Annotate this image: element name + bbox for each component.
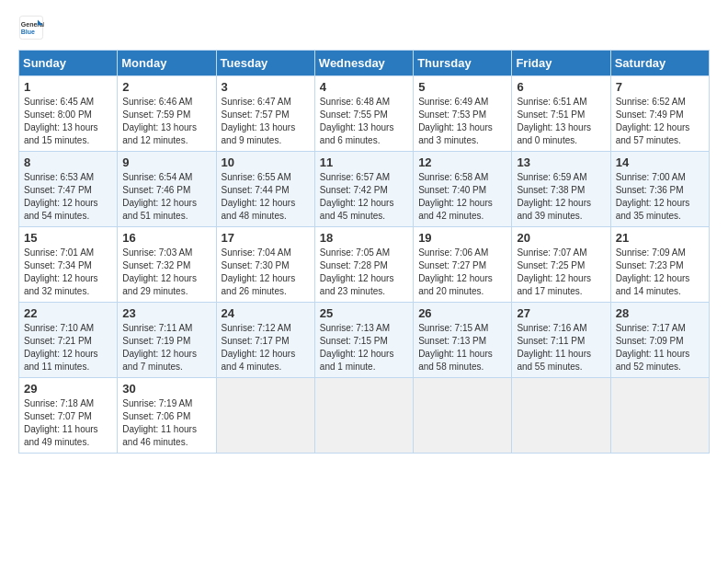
calendar-cell: 16Sunrise: 7:03 AM Sunset: 7:32 PM Dayli… <box>118 227 216 303</box>
day-info: Sunrise: 7:19 AM Sunset: 7:06 PM Dayligh… <box>122 397 210 449</box>
calendar-cell: 21Sunrise: 7:09 AM Sunset: 7:23 PM Dayli… <box>610 227 709 303</box>
calendar-table: SundayMondayTuesdayWednesdayThursdayFrid… <box>18 50 710 454</box>
calendar-cell: 4Sunrise: 6:48 AM Sunset: 7:55 PM Daylig… <box>314 76 413 152</box>
calendar-cell: 26Sunrise: 7:15 AM Sunset: 7:13 PM Dayli… <box>414 303 512 378</box>
day-number: 21 <box>616 231 704 245</box>
calendar-week-5: 29Sunrise: 7:18 AM Sunset: 7:07 PM Dayli… <box>19 378 710 454</box>
day-info: Sunrise: 6:47 AM Sunset: 7:57 PM Dayligh… <box>222 96 310 147</box>
calendar-cell: 5Sunrise: 6:49 AM Sunset: 7:53 PM Daylig… <box>414 76 512 152</box>
day-info: Sunrise: 7:17 AM Sunset: 7:09 PM Dayligh… <box>616 322 704 373</box>
calendar-cell <box>414 378 512 454</box>
calendar-cell: 9Sunrise: 6:54 AM Sunset: 7:46 PM Daylig… <box>118 152 216 227</box>
calendar-cell: 8Sunrise: 6:53 AM Sunset: 7:47 PM Daylig… <box>19 152 118 227</box>
day-number: 12 <box>418 155 506 169</box>
calendar-cell: 30Sunrise: 7:19 AM Sunset: 7:06 PM Dayli… <box>118 378 216 454</box>
calendar-cell: 2Sunrise: 6:46 AM Sunset: 7:59 PM Daylig… <box>118 76 216 152</box>
calendar-cell: 1Sunrise: 6:45 AM Sunset: 8:00 PM Daylig… <box>19 76 118 152</box>
day-info: Sunrise: 7:12 AM Sunset: 7:17 PM Dayligh… <box>222 322 310 373</box>
weekday-header-wednesday: Wednesday <box>314 51 413 76</box>
calendar-cell: 20Sunrise: 7:07 AM Sunset: 7:25 PM Dayli… <box>512 227 610 303</box>
day-number: 29 <box>24 382 112 396</box>
day-info: Sunrise: 6:58 AM Sunset: 7:40 PM Dayligh… <box>418 171 506 223</box>
day-info: Sunrise: 7:03 AM Sunset: 7:32 PM Dayligh… <box>122 247 210 298</box>
day-info: Sunrise: 6:57 AM Sunset: 7:42 PM Dayligh… <box>320 171 408 223</box>
svg-rect-0 <box>19 16 42 39</box>
day-info: Sunrise: 7:13 AM Sunset: 7:15 PM Dayligh… <box>320 322 408 373</box>
day-number: 23 <box>122 306 210 320</box>
day-number: 4 <box>320 80 408 94</box>
day-number: 5 <box>418 80 506 94</box>
day-number: 27 <box>517 306 605 320</box>
day-info: Sunrise: 6:59 AM Sunset: 7:38 PM Dayligh… <box>517 171 605 223</box>
day-info: Sunrise: 6:46 AM Sunset: 7:59 PM Dayligh… <box>122 96 210 147</box>
calendar-cell: 25Sunrise: 7:13 AM Sunset: 7:15 PM Dayli… <box>314 303 413 378</box>
day-number: 14 <box>616 155 704 169</box>
logo-icon: General Blue <box>18 15 44 40</box>
calendar-cell <box>512 378 610 454</box>
day-number: 15 <box>24 231 112 245</box>
day-number: 20 <box>517 231 605 245</box>
day-number: 11 <box>320 155 408 169</box>
calendar-cell: 13Sunrise: 6:59 AM Sunset: 7:38 PM Dayli… <box>512 152 610 227</box>
day-info: Sunrise: 7:06 AM Sunset: 7:27 PM Dayligh… <box>418 247 506 298</box>
day-info: Sunrise: 7:09 AM Sunset: 7:23 PM Dayligh… <box>616 247 704 298</box>
day-info: Sunrise: 7:15 AM Sunset: 7:13 PM Dayligh… <box>418 322 506 373</box>
calendar-cell <box>610 378 709 454</box>
day-info: Sunrise: 6:45 AM Sunset: 8:00 PM Dayligh… <box>24 96 112 147</box>
calendar-week-4: 22Sunrise: 7:10 AM Sunset: 7:21 PM Dayli… <box>19 303 710 378</box>
day-number: 19 <box>418 231 506 245</box>
day-number: 13 <box>517 155 605 169</box>
calendar-cell: 22Sunrise: 7:10 AM Sunset: 7:21 PM Dayli… <box>19 303 118 378</box>
day-number: 25 <box>320 306 408 320</box>
day-number: 7 <box>616 80 704 94</box>
weekday-header-sunday: Sunday <box>19 51 118 76</box>
day-info: Sunrise: 7:05 AM Sunset: 7:28 PM Dayligh… <box>320 247 408 298</box>
day-info: Sunrise: 6:51 AM Sunset: 7:51 PM Dayligh… <box>517 96 605 147</box>
calendar-cell: 15Sunrise: 7:01 AM Sunset: 7:34 PM Dayli… <box>19 227 118 303</box>
logo: General Blue <box>18 15 44 40</box>
day-info: Sunrise: 7:18 AM Sunset: 7:07 PM Dayligh… <box>24 397 112 449</box>
day-number: 26 <box>418 306 506 320</box>
calendar-cell: 14Sunrise: 7:00 AM Sunset: 7:36 PM Dayli… <box>610 152 709 227</box>
calendar-week-3: 15Sunrise: 7:01 AM Sunset: 7:34 PM Dayli… <box>19 227 710 303</box>
day-number: 2 <box>122 80 210 94</box>
day-number: 17 <box>222 231 310 245</box>
svg-text:Blue: Blue <box>21 29 35 35</box>
day-info: Sunrise: 7:10 AM Sunset: 7:21 PM Dayligh… <box>24 322 112 373</box>
calendar-cell: 11Sunrise: 6:57 AM Sunset: 7:42 PM Dayli… <box>314 152 413 227</box>
weekday-header-monday: Monday <box>118 51 216 76</box>
calendar-cell: 27Sunrise: 7:16 AM Sunset: 7:11 PM Dayli… <box>512 303 610 378</box>
calendar-cell: 3Sunrise: 6:47 AM Sunset: 7:57 PM Daylig… <box>216 76 314 152</box>
calendar-cell: 29Sunrise: 7:18 AM Sunset: 7:07 PM Dayli… <box>19 378 118 454</box>
calendar-cell: 10Sunrise: 6:55 AM Sunset: 7:44 PM Dayli… <box>216 152 314 227</box>
day-info: Sunrise: 7:16 AM Sunset: 7:11 PM Dayligh… <box>517 322 605 373</box>
day-number: 16 <box>122 231 210 245</box>
day-number: 9 <box>122 155 210 169</box>
calendar-cell: 7Sunrise: 6:52 AM Sunset: 7:49 PM Daylig… <box>610 76 709 152</box>
day-info: Sunrise: 6:53 AM Sunset: 7:47 PM Dayligh… <box>24 171 112 223</box>
calendar-cell: 17Sunrise: 7:04 AM Sunset: 7:30 PM Dayli… <box>216 227 314 303</box>
calendar-cell: 19Sunrise: 7:06 AM Sunset: 7:27 PM Dayli… <box>414 227 512 303</box>
day-number: 3 <box>222 80 310 94</box>
day-number: 6 <box>517 80 605 94</box>
day-number: 10 <box>222 155 310 169</box>
calendar-week-1: 1Sunrise: 6:45 AM Sunset: 8:00 PM Daylig… <box>19 76 710 152</box>
day-info: Sunrise: 6:55 AM Sunset: 7:44 PM Dayligh… <box>222 171 310 223</box>
day-info: Sunrise: 7:01 AM Sunset: 7:34 PM Dayligh… <box>24 247 112 298</box>
calendar-cell: 28Sunrise: 7:17 AM Sunset: 7:09 PM Dayli… <box>610 303 709 378</box>
day-number: 8 <box>24 155 112 169</box>
weekday-header-saturday: Saturday <box>610 51 709 76</box>
day-info: Sunrise: 7:00 AM Sunset: 7:36 PM Dayligh… <box>616 171 704 223</box>
calendar-cell: 24Sunrise: 7:12 AM Sunset: 7:17 PM Dayli… <box>216 303 314 378</box>
weekday-header-friday: Friday <box>512 51 610 76</box>
day-info: Sunrise: 6:48 AM Sunset: 7:55 PM Dayligh… <box>320 96 408 147</box>
weekday-header-tuesday: Tuesday <box>216 51 314 76</box>
calendar-week-2: 8Sunrise: 6:53 AM Sunset: 7:47 PM Daylig… <box>19 152 710 227</box>
calendar-header-row: SundayMondayTuesdayWednesdayThursdayFrid… <box>19 51 710 76</box>
day-info: Sunrise: 7:11 AM Sunset: 7:19 PM Dayligh… <box>122 322 210 373</box>
day-info: Sunrise: 7:04 AM Sunset: 7:30 PM Dayligh… <box>222 247 310 298</box>
day-number: 18 <box>320 231 408 245</box>
day-info: Sunrise: 6:52 AM Sunset: 7:49 PM Dayligh… <box>616 96 704 147</box>
day-number: 24 <box>222 306 310 320</box>
day-number: 30 <box>122 382 210 396</box>
